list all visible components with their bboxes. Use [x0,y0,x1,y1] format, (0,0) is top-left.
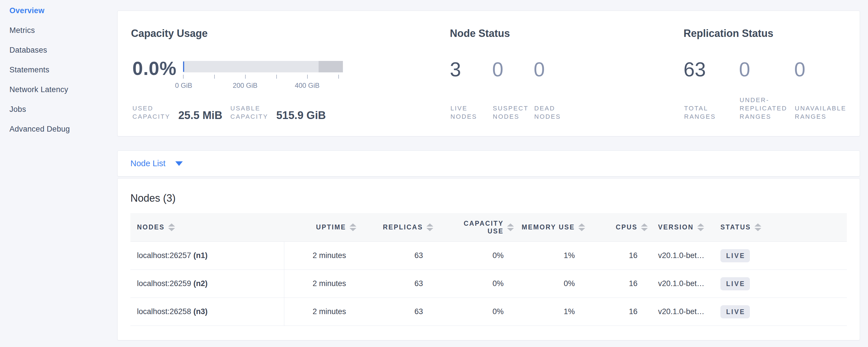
capacity-gauge-used-marker [183,62,184,72]
usable-capacity-label: USABLE CAPACITY [230,104,268,121]
capacity-use-cell: 0% [423,251,504,260]
table-row-node-1[interactable]: localhost:26257 (n1) 2 minutes 63 0% 1% … [130,242,847,270]
suspect-nodes-label: SUSPECT NODES [493,104,529,121]
uptime-cell: 2 minutes [284,279,346,288]
suspect-nodes-count: 0 [492,58,503,81]
memory-use-cell: 1% [504,251,575,260]
node-status-panel: Node Status 3 LIVE NODES 0 SUSPECT NODES… [450,11,679,136]
capacity-gauge-reserved-segment [319,61,343,72]
sidebar-item-statements[interactable]: Statements [9,64,117,75]
total-ranges-count: 63 [684,58,706,81]
sidebar-item-network-latency[interactable]: Network Latency [9,84,117,95]
sidebar-item-overview[interactable]: Overview [9,5,117,16]
column-header-capacity-use[interactable]: CAPACITY USE [423,220,514,235]
sidebar: Overview Metrics Databases Statements Ne… [0,0,117,347]
status-badge: LIVE [720,277,750,290]
axis-tick-label: 0 GiB [175,82,192,90]
column-header-cpus[interactable]: CPUS [575,223,648,231]
node-address[interactable]: localhost:26258 (n3) [130,298,284,325]
replicas-cell: 63 [346,251,423,260]
column-header-nodes[interactable]: NODES [130,223,284,231]
dead-nodes-label: DEAD NODES [534,104,561,121]
nodes-table-title: Nodes (3) [130,192,847,204]
under-replicated-ranges-stat: 0 UNDER- REPLICATED RANGES [739,58,750,127]
used-capacity-label: USED CAPACITY [132,104,170,121]
usable-capacity-value: 515.9 GiB [276,109,326,122]
total-ranges-stat: 63 TOTAL RANGES [684,58,706,127]
nodes-table-card: Nodes (3) NODES UPTIME REPLICAS CAPACITY… [117,178,860,340]
suspect-nodes-stat: 0 SUSPECT NODES [492,58,503,127]
dead-nodes-count: 0 [534,58,545,81]
uptime-cell: 2 minutes [284,307,346,316]
total-ranges-label: TOTAL RANGES [684,104,716,121]
live-nodes-label: LIVE NODES [451,104,477,121]
view-selector-card: Node List [117,151,860,177]
cpus-cell: 16 [575,251,638,260]
axis-tick [214,75,215,79]
dead-nodes-stat: 0 DEAD NODES [534,58,545,127]
axis-tick [245,75,246,79]
status-badge: LIVE [720,249,750,262]
version-cell: v20.1.0-bet… [638,279,720,288]
node-list-dropdown-label: Node List [130,159,165,168]
axis-tick-label: 400 GiB [295,82,320,90]
sidebar-item-jobs[interactable]: Jobs [9,103,117,115]
replicas-cell: 63 [346,307,423,316]
status-badge: LIVE [720,305,750,318]
axis-tick [276,75,277,79]
replication-status-title: Replication Status [684,28,773,39]
table-row-node-3[interactable]: localhost:26258 (n3) 2 minutes 63 0% 1% … [130,298,847,326]
cluster-overview-page: Overview Metrics Databases Statements Ne… [0,0,868,347]
cpus-cell: 16 [575,307,638,316]
capacity-usage-panel: Capacity Usage 0.0% 0 GiB 200 GiB 400 [131,11,448,136]
node-address[interactable]: localhost:26259 (n2) [130,270,284,297]
node-id: (n3) [193,307,208,316]
node-list-dropdown[interactable]: Node List [130,159,183,168]
capacity-usage-title: Capacity Usage [131,28,208,39]
chevron-down-icon [175,161,183,166]
memory-use-cell: 1% [504,307,575,316]
column-header-version[interactable]: VERSION [638,223,720,231]
main-content: Capacity Usage 0.0% 0 GiB 200 GiB 400 [117,0,868,347]
node-address[interactable]: localhost:26257 (n1) [130,242,284,270]
sidebar-item-metrics[interactable]: Metrics [9,25,117,36]
live-nodes-count: 3 [450,58,461,81]
column-header-replicas[interactable]: REPLICAS [346,223,433,231]
cluster-summary-card: Capacity Usage 0.0% 0 GiB 200 GiB 400 [117,10,860,136]
axis-tick [307,75,308,79]
sidebar-item-advanced-debug[interactable]: Advanced Debug [9,123,117,135]
node-id: (n2) [193,279,208,288]
replication-status-panel: Replication Status 63 TOTAL RANGES 0 UND… [684,11,868,136]
column-header-memory-use[interactable]: MEMORY USE [504,223,585,231]
capacity-gauge-bar [183,61,343,72]
version-cell: v20.1.0-bet… [638,307,720,316]
unavailable-ranges-label: UNAVAILABLE RANGES [795,104,846,121]
capacity-metrics: USED CAPACITY 25.5 MiB USABLE CAPACITY 5… [132,104,334,121]
axis-tick [183,75,184,79]
version-cell: v20.1.0-bet… [638,251,720,260]
capacity-gauge: 0 GiB 200 GiB 400 GiB [183,61,343,98]
column-header-uptime[interactable]: UPTIME [284,223,356,231]
node-id: (n1) [193,251,208,260]
node-status-title: Node Status [450,28,510,39]
nodes-table-header: NODES UPTIME REPLICAS CAPACITY USE MEMOR… [130,213,847,242]
unavailable-ranges-count: 0 [794,58,805,81]
sort-icon[interactable] [168,223,175,231]
under-replicated-ranges-label: UNDER- REPLICATED RANGES [740,96,787,121]
used-capacity-value: 25.5 MiB [178,109,222,122]
axis-tick-label: 200 GiB [233,82,258,90]
capacity-use-cell: 0% [423,307,504,316]
cpus-cell: 16 [575,279,638,288]
capacity-use-cell: 0% [423,279,504,288]
sidebar-item-databases[interactable]: Databases [9,44,117,56]
replicas-cell: 63 [346,279,423,288]
sort-icon[interactable] [754,223,761,231]
column-header-status[interactable]: STATUS [720,223,847,231]
uptime-cell: 2 minutes [284,251,346,260]
axis-tick [338,75,339,79]
live-nodes-stat: 3 LIVE NODES [450,58,461,127]
under-replicated-ranges-count: 0 [739,58,750,81]
sort-icon[interactable] [697,223,704,231]
memory-use-cell: 0% [504,279,575,288]
table-row-node-2[interactable]: localhost:26259 (n2) 2 minutes 63 0% 0% … [130,270,847,298]
